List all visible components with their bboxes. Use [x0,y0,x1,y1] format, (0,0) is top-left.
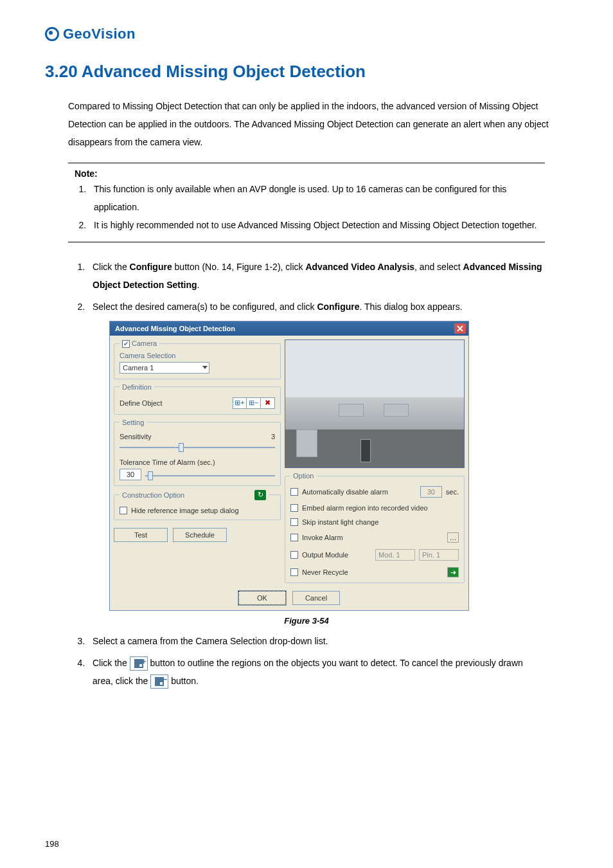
camera-group-legend: Camera [132,339,157,347]
auto-disable-checkbox[interactable] [290,488,298,496]
sensitivity-value: 3 [271,433,275,440]
sec-label: sec. [446,488,459,496]
camera-selection-dropdown[interactable]: Camera 1 [120,362,209,374]
construction-option-legend: Construction Option [122,491,184,499]
setting-group-legend: Setting [120,419,147,426]
close-icon[interactable] [454,323,466,334]
hide-reference-label: Hide reference image setup dialog [131,507,239,514]
invoke-label: Invoke Alarm [302,534,343,541]
page-number: 198 [45,839,59,849]
define-delete-button[interactable]: ✖ [261,397,275,409]
schedule-button[interactable]: Schedule [173,528,227,542]
output-checkbox[interactable] [290,551,298,559]
step-2-text-c: . This dialog box appears. [360,302,463,312]
step-1-text-a: Click the [93,262,130,272]
definition-group-legend: Definition [120,383,154,391]
camera-enable-checkbox[interactable]: ✔ [122,340,130,348]
note-title: Note: [75,168,545,179]
hide-reference-checkbox[interactable] [120,507,127,514]
step-1-bold-ava: Advanced Video Analysis [305,262,414,272]
define-remove-region-button[interactable]: ⊞− [247,397,261,409]
step-1-text-e: , and select [414,262,463,272]
invoke-browse-button[interactable]: … [447,532,459,543]
dialog-titlebar[interactable]: Advanced Missing Object Detection [110,321,468,336]
dialog-title: Advanced Missing Object Detection [115,325,235,332]
chevron-down-icon [202,366,208,369]
ok-button[interactable]: OK [238,591,286,605]
note-block: Note: This function is only available wh… [68,163,545,242]
step-2-text-a: Select the desired camera(s) to be confi… [93,302,317,312]
step-4-text-a: Click the [93,658,130,668]
invoke-checkbox[interactable] [290,534,298,541]
never-recycle-arrow-button[interactable]: ➜ [447,567,459,577]
auto-disable-label: Automatically disable alarm [302,488,388,496]
step-1-bold-configure: Configure [130,262,172,272]
option-group: Option Automatically disable alarm 30 se… [285,472,465,583]
brand-logo: GeoVision [45,26,568,42]
remove-region-icon: − [150,674,168,689]
step-4-text-c: button. [171,676,199,686]
definition-group: Definition Define Object ⊞+ ⊞− ✖ [114,383,281,415]
tolerance-label: Tolerance Time of Alarm (sec.) [120,458,275,466]
embed-label: Embed alarm region into recorded video [302,504,428,512]
step-2-bold-configure: Configure [317,302,359,312]
output-module-dropdown: Mod. 1 [375,549,415,561]
embed-checkbox[interactable] [290,504,298,512]
tolerance-slider[interactable] [145,473,275,480]
refresh-icon[interactable]: ↻ [254,490,266,500]
define-add-region-button[interactable]: ⊞+ [233,397,247,409]
step-1-text-g: . [197,280,200,290]
dialog-screenshot: Advanced Missing Object Detection ✔ Came… [109,321,568,611]
output-pin-dropdown: Pin. 1 [419,549,459,561]
sensitivity-slider[interactable] [120,444,275,452]
add-region-icon: + [130,656,148,671]
skip-checkbox[interactable] [290,518,298,526]
note-item-1: This function is only available when an … [89,180,545,216]
skip-label: Skip instant light change [302,518,378,526]
brand-logo-mark [45,27,59,41]
camera-group: ✔ Camera Camera Selection Camera 1 [114,339,281,379]
output-label: Output Module [302,551,348,559]
camera-preview [285,339,465,468]
step-2: Select the desired camera(s) to be confi… [87,298,545,316]
test-button[interactable]: Test [114,528,168,542]
option-group-legend: Option [290,472,316,480]
construction-option-group: Construction Option ↻ Hide reference ima… [114,490,281,520]
figure-caption: Figure 3-54 [45,616,568,626]
define-object-label: Define Object [120,399,163,407]
step-1-text-c: button (No. 14, Figure 1-2), click [172,262,306,272]
brand-logo-text: GeoVision [63,26,136,42]
setting-group: Setting Sensitivity 3 Tolerance Time of … [114,419,281,486]
never-recycle-checkbox[interactable] [290,568,298,576]
cancel-button[interactable]: Cancel [292,591,340,605]
page-heading: 3.20 Advanced Missing Object Detection [45,62,568,82]
step-1: Click the Configure button (No. 14, Figu… [87,258,545,294]
camera-selection-label: Camera Selection [120,352,275,359]
step-4: Click the + button to outline the region… [87,654,545,690]
auto-disable-value-input: 30 [420,486,442,498]
sensitivity-label: Sensitivity [120,433,152,440]
tolerance-value-input[interactable]: 30 [120,469,141,480]
camera-selection-value: Camera 1 [123,364,154,372]
intro-paragraph: Compared to Missing Object Detection tha… [68,97,568,151]
step-3: Select a camera from the Camera Selectio… [87,632,545,650]
never-recycle-label: Never Recycle [302,568,348,576]
note-item-2: It is highly recommended not to use Adva… [89,216,545,234]
